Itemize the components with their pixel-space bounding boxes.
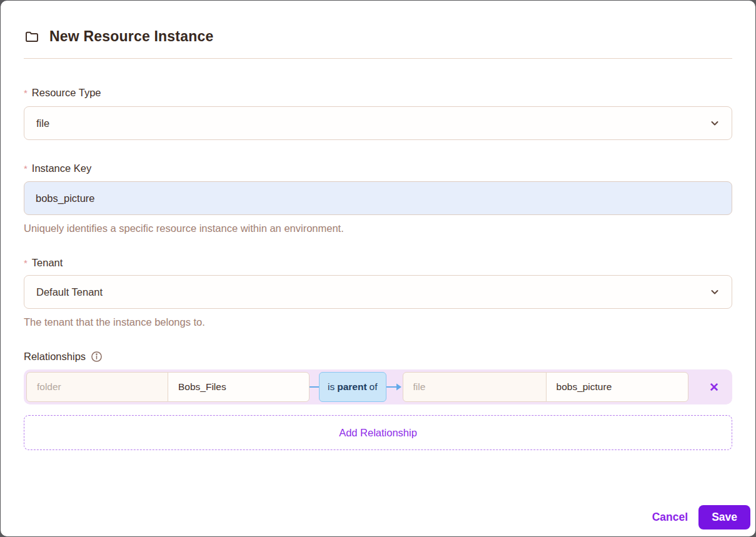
relation-prefix: is bbox=[328, 381, 335, 393]
required-marker: * bbox=[24, 88, 28, 98]
relationships-header: Relationships bbox=[24, 351, 732, 363]
info-icon[interactable] bbox=[91, 351, 103, 363]
relation-connector-line bbox=[310, 386, 319, 388]
relationships-label: Relationships bbox=[24, 351, 86, 363]
relationship-row: is parent of ✕ bbox=[24, 369, 732, 404]
subject-resource-type-input[interactable] bbox=[26, 372, 168, 402]
header-divider bbox=[24, 58, 732, 59]
modal-header: New Resource Instance bbox=[24, 1, 732, 45]
object-resource-type-input[interactable] bbox=[403, 372, 547, 402]
relation-suffix: of bbox=[370, 381, 378, 393]
close-icon[interactable]: ✕ bbox=[707, 379, 722, 396]
relation-name: parent bbox=[337, 381, 366, 393]
add-relationship-button[interactable]: Add Relationship bbox=[24, 415, 732, 450]
tenant-value: Default Tenant bbox=[36, 286, 103, 298]
arrow-right-icon bbox=[386, 382, 403, 392]
resource-type-label-text: Resource Type bbox=[32, 87, 101, 99]
tenant-label-text: Tenant bbox=[32, 257, 63, 269]
cancel-button[interactable]: Cancel bbox=[650, 507, 690, 528]
instance-key-help: Uniquely identifies a specific resource … bbox=[24, 223, 732, 234]
instance-key-label: * Instance Key bbox=[24, 163, 732, 174]
instance-key-label-text: Instance Key bbox=[32, 163, 91, 174]
chevron-down-icon bbox=[710, 118, 720, 128]
tenant-help: The tenant that the instance belongs to. bbox=[24, 316, 732, 328]
page-title: New Resource Instance bbox=[49, 28, 213, 45]
object-instance-key-input[interactable] bbox=[546, 372, 688, 402]
instance-key-input[interactable] bbox=[24, 181, 732, 215]
save-button[interactable]: Save bbox=[698, 505, 750, 529]
folder-icon bbox=[24, 29, 40, 44]
new-resource-instance-modal: New Resource Instance * Resource Type fi… bbox=[1, 1, 755, 536]
required-marker: * bbox=[24, 258, 28, 268]
resource-type-value: file bbox=[36, 118, 49, 129]
required-marker: * bbox=[24, 163, 28, 174]
modal-footer: Cancel Save bbox=[650, 505, 750, 529]
subject-instance-key-input[interactable] bbox=[168, 372, 310, 402]
resource-type-select[interactable]: file bbox=[24, 106, 732, 140]
tenant-label: * Tenant bbox=[24, 257, 732, 269]
tenant-select[interactable]: Default Tenant bbox=[24, 275, 732, 309]
resource-type-label: * Resource Type bbox=[24, 87, 732, 99]
relation-badge[interactable]: is parent of bbox=[319, 372, 386, 402]
chevron-down-icon bbox=[710, 287, 720, 297]
